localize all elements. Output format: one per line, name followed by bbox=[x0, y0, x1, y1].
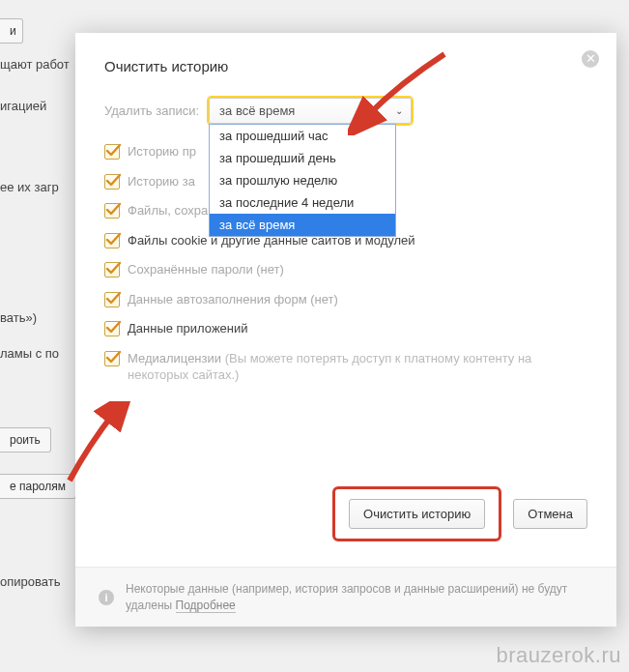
check-row: Данные автозаполнения форм (нет) bbox=[104, 291, 587, 308]
check-row: Данные приложений bbox=[104, 320, 587, 337]
checkbox[interactable] bbox=[104, 233, 120, 248]
checkbox[interactable] bbox=[104, 174, 120, 190]
checkbox[interactable] bbox=[104, 203, 120, 219]
checkbox-label: Сохранённые пароли (нет) bbox=[128, 261, 284, 278]
checkbox-label: Историю пр bbox=[128, 143, 196, 161]
info-icon: i bbox=[99, 590, 114, 605]
more-link[interactable]: Подробнее bbox=[176, 599, 236, 613]
range-label: Удалить записи: bbox=[104, 103, 199, 118]
dropdown-option[interactable]: за последние 4 недели bbox=[210, 191, 395, 214]
footer-text: Некоторые данные (например, история запр… bbox=[126, 581, 593, 614]
time-range-dropdown: за прошедший час за прошедший день за пр… bbox=[209, 124, 396, 237]
check-row: Медиалицензии (Вы можете потерять доступ… bbox=[104, 350, 587, 384]
dropdown-option[interactable]: за прошедший день bbox=[210, 147, 395, 169]
cancel-button[interactable]: Отмена bbox=[513, 499, 587, 529]
dropdown-option[interactable]: за прошедший час bbox=[210, 125, 395, 147]
checkbox[interactable] bbox=[104, 321, 120, 336]
check-row: Сохранённые пароли (нет) bbox=[104, 261, 587, 278]
clear-history-dialog: ✕ Очистить историю Удалить записи: за вс… bbox=[75, 33, 616, 627]
dialog-title: Очистить историю bbox=[104, 58, 587, 74]
select-value: за всё время bbox=[219, 103, 295, 118]
checkbox[interactable] bbox=[104, 351, 120, 366]
dropdown-option[interactable]: за всё время bbox=[210, 214, 395, 236]
dropdown-option[interactable]: за прошлую неделю bbox=[210, 169, 395, 191]
chevron-down-icon: ⌄ bbox=[395, 105, 403, 116]
annotation-highlight: Очистить историю bbox=[332, 486, 501, 541]
checkbox[interactable] bbox=[104, 292, 120, 307]
checkbox-label: Историю за bbox=[128, 173, 195, 190]
bg-button-passwords[interactable]: е паролям bbox=[0, 474, 76, 499]
checkbox-label: Данные приложений bbox=[128, 320, 248, 337]
clear-history-button[interactable]: Очистить историю bbox=[349, 499, 485, 529]
watermark: brauzerok.ru bbox=[496, 643, 621, 668]
time-range-select[interactable]: за всё время ⌄ bbox=[209, 98, 412, 124]
bg-button-top[interactable]: и bbox=[0, 18, 23, 44]
bg-button-configure[interactable]: роить bbox=[0, 427, 51, 453]
checkbox[interactable] bbox=[104, 144, 120, 160]
checkbox-label: Медиалицензии (Вы можете потерять доступ… bbox=[128, 350, 587, 384]
close-icon[interactable]: ✕ bbox=[582, 50, 599, 68]
checkbox-label: Данные автозаполнения форм (нет) bbox=[128, 291, 338, 308]
checkbox[interactable] bbox=[104, 262, 120, 278]
dialog-footer: i Некоторые данные (например, история за… bbox=[75, 567, 616, 627]
